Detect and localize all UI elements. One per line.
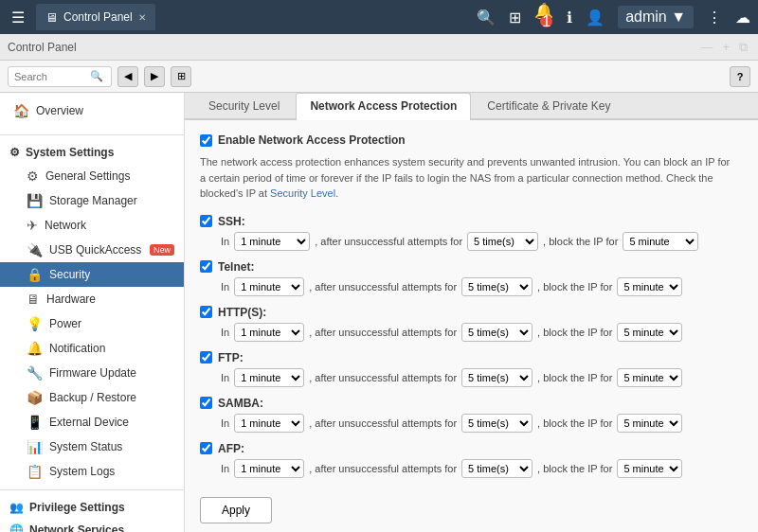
security-level-link[interactable]: Security Level (270, 187, 335, 199)
ssh-checkbox[interactable] (200, 215, 212, 227)
tab-network-access[interactable]: Network Access Protection (296, 93, 471, 120)
ssh-block-select[interactable]: 5 minute10 minutesForever (623, 232, 698, 251)
telnet-block-select[interactable]: 5 minuteForever (617, 277, 682, 296)
tab-security-level-label: Security Level (208, 99, 280, 113)
second-bar: Control Panel — + ⧉ (0, 34, 758, 61)
forward-button[interactable]: ▶ (144, 66, 165, 87)
notification-icon[interactable]: 🔔 1 (534, 2, 553, 32)
sidebar-item-external[interactable]: 📱 External Device (0, 410, 184, 434)
afp-section: AFP: In 1 minute5 minutes , after unsucc… (200, 442, 743, 478)
sidebar-item-label: System Logs (49, 465, 115, 478)
ssh-minute-select[interactable]: 1 minute5 minutes10 minutes (234, 232, 310, 251)
samba-times-select[interactable]: 5 time(s)10 time(s) (461, 414, 532, 433)
afp-minute-select[interactable]: 1 minute5 minutes (234, 459, 304, 478)
afp-in-label: In (221, 463, 229, 474)
sidebar-item-label: Notification (49, 342, 105, 355)
sidebar-privilege-header[interactable]: 👥 Privilege Settings (0, 496, 184, 519)
afp-block-label: , block the IP for (537, 463, 612, 474)
ssh-times-select[interactable]: 5 time(s)10 time(s) (467, 232, 538, 251)
telnet-label: Telnet: (218, 260, 254, 274)
https-block-select[interactable]: 5 minuteForever (617, 323, 682, 342)
afp-times-select[interactable]: 5 time(s)10 time(s) (461, 459, 532, 478)
https-times-select[interactable]: 5 time(s)10 time(s) (461, 323, 532, 342)
usb-icon: 🔌 (27, 242, 43, 257)
sidebar-item-notification[interactable]: 🔔 Notification (0, 336, 184, 361)
control-panel-icon: 🖥 (45, 10, 58, 25)
samba-minute-select[interactable]: 1 minute5 minutes (234, 414, 304, 433)
stack-icon[interactable]: ⊞ (509, 9, 521, 27)
notification-icon: 🔔 (27, 341, 43, 356)
telnet-settings-row: In 1 minute5 minutes , after unsuccessfu… (200, 277, 743, 296)
desc-period: . (335, 187, 338, 199)
sidebar-network-services-header[interactable]: 🌐 Network Services (0, 519, 184, 532)
ftp-block-select[interactable]: 5 minuteForever (617, 368, 682, 387)
ftp-checkbox[interactable] (200, 351, 212, 364)
search-icon[interactable]: 🔍 (477, 9, 496, 27)
telnet-in-label: In (221, 281, 229, 293)
sidebar-item-label: System Status (49, 440, 122, 453)
https-in-label: In (221, 327, 229, 338)
telnet-minute-select[interactable]: 1 minute5 minutes (234, 277, 304, 296)
search-box[interactable]: 🔍 (8, 66, 112, 87)
sidebar-item-usb[interactable]: 🔌 USB QuickAccess New (0, 238, 184, 262)
sidebar-item-label: Firmware Update (49, 366, 136, 380)
ftp-minute-select[interactable]: 1 minute5 minutes (234, 368, 304, 387)
tab-label: Control Panel (63, 10, 133, 24)
sidebar-item-security[interactable]: 🔒 Security (0, 262, 184, 287)
sidebar-item-network[interactable]: ✈ Network (0, 213, 184, 238)
telnet-checkbox[interactable] (200, 260, 212, 273)
apply-button[interactable]: Apply (200, 497, 272, 523)
sidebar-item-general[interactable]: ⚙ General Settings (0, 164, 184, 188)
user-icon[interactable]: 👤 (586, 9, 605, 27)
telnet-after-label: , after unsuccessful attempts for (309, 281, 457, 293)
system-settings-icon: ⚙ (9, 146, 20, 159)
help-button[interactable]: ? (730, 66, 750, 87)
ftp-label: FTP: (218, 351, 244, 364)
info-icon[interactable]: ℹ (567, 9, 572, 27)
content-area: Security Level Network Access Protection… (185, 93, 758, 532)
sidebar-system-settings-header[interactable]: ⚙ System Settings (0, 141, 184, 164)
enable-row: Enable Network Access Protection (200, 133, 743, 147)
samba-block-select[interactable]: 5 minuteForever (617, 414, 682, 433)
enable-checkbox[interactable] (200, 134, 212, 147)
admin-menu[interactable]: admin ▼ (618, 6, 694, 28)
tab-certificate[interactable]: Certificate & Private Key (473, 93, 624, 118)
control-panel-tab[interactable]: 🖥 Control Panel ✕ (36, 4, 155, 30)
tab-security-level[interactable]: Security Level (194, 93, 294, 118)
security-icon: 🔒 (27, 267, 43, 282)
afp-label: AFP: (218, 442, 244, 455)
sidebar-item-firmware[interactable]: 🔧 Firmware Update (0, 361, 184, 385)
hamburger-icon[interactable]: ☰ (8, 5, 28, 30)
grid-button[interactable]: ⊞ (171, 66, 191, 87)
ssh-label: SSH: (218, 215, 245, 228)
sidebar-item-power[interactable]: 💡 Power (0, 311, 184, 336)
top-bar: ☰ 🖥 Control Panel ✕ 🔍 ⊞ 🔔 1 ℹ 👤 admin ▼ … (0, 0, 758, 34)
network-services-label: Network Services (29, 523, 124, 532)
maximize-button[interactable]: + (719, 38, 732, 56)
ftp-times-select[interactable]: 5 time(s)10 time(s) (461, 368, 532, 387)
https-section: HTTP(S): In 1 minute5 minutes , after un… (200, 306, 743, 342)
ssh-label-row: SSH: (200, 215, 743, 228)
afp-block-select[interactable]: 5 minuteForever (617, 459, 682, 478)
sidebar-item-status[interactable]: 📊 System Status (0, 434, 184, 459)
more-icon[interactable]: ⋮ (707, 9, 722, 27)
sidebar-item-overview[interactable]: 🏠 Overview (0, 98, 184, 123)
afp-label-row: AFP: (200, 442, 743, 455)
restore-button[interactable]: ⧉ (736, 38, 750, 57)
afp-checkbox[interactable] (200, 442, 212, 454)
telnet-times-select[interactable]: 5 time(s)10 time(s) (461, 277, 532, 296)
sidebar-item-storage[interactable]: 💾 Storage Manager (0, 188, 184, 213)
https-minute-select[interactable]: 1 minute5 minutes (234, 323, 304, 342)
samba-checkbox[interactable] (200, 397, 212, 409)
cloud-icon[interactable]: ☁ (735, 9, 750, 27)
sidebar-item-label: USB QuickAccess (49, 243, 141, 257)
tab-close-icon[interactable]: ✕ (138, 12, 146, 23)
back-button[interactable]: ◀ (117, 66, 138, 87)
search-input[interactable] (14, 71, 90, 82)
https-checkbox[interactable] (200, 306, 212, 318)
ssh-block-label: , block the IP for (543, 236, 618, 247)
sidebar-item-hardware[interactable]: 🖥 Hardware (0, 287, 184, 311)
sidebar-item-logs[interactable]: 📋 System Logs (0, 459, 184, 484)
minimize-button[interactable]: — (697, 38, 715, 56)
sidebar-item-backup[interactable]: 📦 Backup / Restore (0, 385, 184, 410)
